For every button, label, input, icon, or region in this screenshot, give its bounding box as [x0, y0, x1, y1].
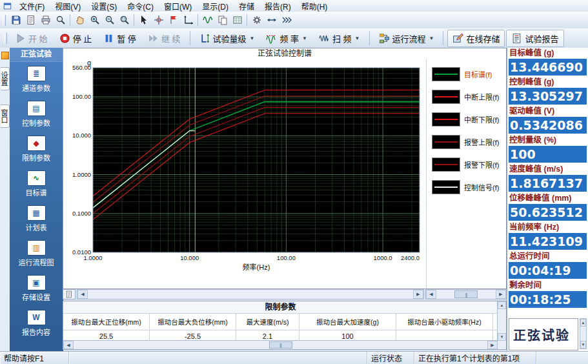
panel-pin-icon[interactable] — [1, 52, 9, 59]
test-report-button[interactable]: 试验报告 — [506, 30, 563, 47]
start-button[interactable]: 开 始 — [10, 30, 53, 47]
legend-item-5[interactable]: 报警下限(f) — [432, 157, 505, 172]
button-label: 试验报告 — [525, 32, 558, 45]
crosshair-button[interactable] — [151, 13, 166, 27]
print-preview-button[interactable] — [53, 13, 68, 27]
scroll-down-icon[interactable]: ▼ — [580, 341, 586, 349]
sidebar-item-7[interactable]: ▣存储设置 — [10, 271, 63, 306]
scroll-left-icon[interactable]: ◀ — [63, 341, 74, 349]
control-toolbar: 开 始停 止暂 停继 续试验量级▼频 率▼扫 频▼运行流程▼在线存储试验报告 — [0, 28, 588, 48]
button-label: 暂 停 — [117, 32, 136, 45]
pan-icon — [75, 15, 85, 25]
marker-button[interactable] — [166, 13, 181, 27]
menu-item-2[interactable]: 视图(V) — [50, 0, 86, 12]
zoom-in-button[interactable] — [87, 13, 102, 27]
legend-item-1[interactable]: 目标谱(f) — [432, 67, 505, 81]
export-button[interactable] — [23, 13, 38, 27]
legend-hscrollbar[interactable]: ◀ ||| ▶ — [425, 289, 507, 299]
sidebar-item-6[interactable]: ▥运行流程图 — [10, 236, 63, 271]
table-hscrollbar[interactable]: ◀ ||| ▶ — [63, 340, 498, 349]
scroll-thumb[interactable]: ||| — [269, 341, 292, 349]
pointer-button[interactable] — [136, 13, 151, 27]
frequency-dropdown[interactable]: 频 率▼ — [261, 30, 312, 47]
x-expand-button[interactable] — [264, 13, 279, 27]
legend-item-4[interactable]: 报警上限(f) — [432, 135, 505, 149]
footer-vscrollbar[interactable]: ▲ ▼ — [580, 318, 587, 349]
overlay-button[interactable] — [215, 13, 230, 27]
run-flow-dropdown[interactable]: 运行流程▼ — [374, 30, 440, 47]
stop-icon — [59, 33, 70, 44]
axes-button[interactable] — [181, 13, 196, 27]
toolbar-grip — [4, 33, 7, 44]
menu-item-3[interactable]: 设置(S) — [86, 0, 122, 12]
resume-button[interactable]: 继 续 — [143, 30, 186, 47]
print-button[interactable] — [38, 13, 53, 27]
scroll-down-icon[interactable]: ▼ — [498, 333, 506, 341]
menu-item-4[interactable]: 命令(C) — [122, 0, 159, 12]
grid-tool-button[interactable] — [230, 13, 245, 27]
svg-text:g: g — [87, 59, 91, 66]
settings-button[interactable] — [249, 13, 264, 27]
test-level-dropdown[interactable]: 试验量级▼ — [194, 30, 260, 47]
sidebar-item-5[interactable]: ▦计划表 — [10, 201, 63, 236]
scroll-track[interactable] — [478, 290, 496, 299]
scroll-thumb[interactable]: ||| — [454, 290, 478, 298]
table-vscrollbar[interactable]: ▲ ▼ — [497, 301, 506, 349]
scroll-track[interactable] — [74, 341, 269, 349]
save-button[interactable] — [8, 13, 23, 27]
scroll-right-icon[interactable]: ▶ — [496, 290, 506, 299]
legend-item-3[interactable]: 中断下限(f) — [432, 112, 505, 126]
store-icon — [452, 33, 463, 44]
side-tab-2[interactable]: 窗口 — [1, 105, 10, 128]
button-label: 运行流程 — [392, 32, 426, 45]
chart-hscrollbar[interactable]: ◀ ▶ — [77, 289, 424, 299]
sidebar-item-icon: ∿ — [27, 170, 46, 186]
stop-button[interactable]: 停 止 — [54, 30, 97, 47]
legend-item-2[interactable]: 中断上限(f) — [432, 90, 505, 104]
control-spectrum-plot[interactable]: 560.00100.0010.0001.00000.10000.01001.00… — [63, 59, 426, 279]
legend-line — [434, 141, 458, 143]
menu-item-1[interactable]: 文件(F) — [14, 0, 50, 12]
sweep-dropdown[interactable]: 扫 频▼ — [314, 30, 365, 47]
legend-swatch — [432, 180, 460, 194]
scroll-track[interactable] — [293, 341, 488, 349]
menu-item-8[interactable]: 报告(R) — [259, 0, 296, 12]
sidebar-item-3[interactable]: ◆限制参数 — [10, 132, 63, 167]
zoom-out-button[interactable] — [102, 13, 117, 27]
menu-bar: 文件(F)视图(V)设置(S)命令(C)窗口(W)显示(D)存储报告(R)帮助(… — [0, 0, 588, 12]
online-storage-button[interactable]: 在线存储 — [447, 30, 505, 47]
menu-item-7[interactable]: 存储 — [234, 0, 259, 12]
scroll-up-icon[interactable]: ▲ — [498, 301, 506, 309]
crosshair-icon — [154, 15, 164, 25]
side-tab-1[interactable]: 设置 — [1, 67, 10, 90]
play-icon — [15, 33, 26, 44]
chart-corner-button[interactable] — [63, 289, 76, 299]
pause-button[interactable]: 暂 停 — [98, 30, 141, 47]
menu-item-9[interactable]: 帮助(H) — [296, 0, 333, 12]
legend-item-6[interactable]: 控制信号(f) — [432, 180, 505, 194]
sweep-tool-button[interactable] — [279, 13, 294, 27]
svg-text:100.00: 100.00 — [72, 93, 91, 100]
scroll-up-icon[interactable]: ▲ — [580, 319, 586, 327]
sidebar-item-4[interactable]: ∿目标谱 — [10, 167, 63, 201]
menu-item-6[interactable]: 显示(D) — [197, 0, 234, 12]
sidebar-item-8[interactable]: W报告内容 — [10, 306, 63, 341]
sidebar: 正弦试验 ≣通道参数▤控制参数◆限制参数∿目标谱▦计划表▥运行流程图▣存储设置W… — [10, 48, 63, 352]
sidebar-title: 正弦试验 — [10, 48, 63, 62]
sidebar-item-1[interactable]: ≣通道参数 — [10, 62, 63, 97]
pan-button[interactable] — [72, 13, 87, 27]
scroll-left-icon[interactable]: ◀ — [77, 290, 88, 299]
sidebar-item-2[interactable]: ▤控制参数 — [10, 97, 63, 132]
sidebar-item-label: 限制参数 — [22, 152, 50, 163]
grid-tool-icon — [232, 15, 243, 25]
zoom-box-button[interactable] — [117, 13, 132, 27]
scroll-track[interactable] — [88, 290, 413, 299]
status-bar: 帮助请按F1 运行状态 正在执行第1个计划表的第1项 — [0, 351, 588, 364]
scroll-right-icon[interactable]: ▶ — [413, 290, 423, 299]
menu-item-5[interactable]: 窗口(W) — [159, 0, 197, 12]
scroll-right-icon[interactable]: ▶ — [487, 341, 498, 349]
sine-tool-button[interactable] — [200, 13, 215, 27]
scroll-track[interactable] — [436, 290, 454, 299]
scroll-left-icon[interactable]: ◀ — [426, 290, 436, 299]
resume-icon — [148, 33, 159, 44]
